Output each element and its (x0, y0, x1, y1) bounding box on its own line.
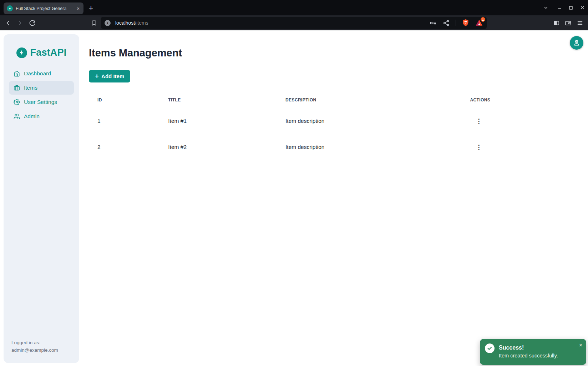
browser-tab[interactable]: Full Stack Project Genera × (4, 2, 83, 14)
url-bar[interactable]: i localhost/items 1 (101, 17, 487, 29)
logged-in-email: admin@example.com (11, 347, 71, 354)
cell-description: Item description (277, 108, 461, 134)
col-id: ID (89, 92, 159, 108)
urlbar-separator (456, 20, 456, 26)
user-avatar-icon (573, 39, 581, 47)
page-content: FastAPI Dashboard Items User Settings (0, 30, 588, 366)
fastapi-logo-icon (16, 47, 27, 58)
brand: FastAPI (4, 47, 79, 58)
menu-hamburger-icon[interactable] (576, 19, 584, 27)
cell-id: 2 (89, 134, 159, 160)
tab-close-icon[interactable]: × (75, 5, 81, 12)
toast-title: Success! (499, 345, 558, 351)
sidebar: FastAPI Dashboard Items User Settings (4, 34, 79, 363)
items-table: ID TITLE DESCRIPTION ACTIONS 1 Item #1 I… (89, 92, 584, 160)
sidebar-item-label: Admin (24, 113, 40, 120)
sidebar-item-label: Dashboard (24, 70, 51, 77)
users-icon (13, 113, 20, 120)
gear-icon (13, 99, 20, 106)
window-controls (540, 0, 588, 15)
col-title: TITLE (159, 92, 277, 108)
toast-message: Item created successfully. (499, 353, 558, 359)
cell-title: Item #1 (159, 108, 277, 134)
site-info-icon[interactable]: i (105, 20, 111, 26)
tab-bar: Full Stack Project Genera × + (0, 0, 588, 15)
brave-shield-icon[interactable] (462, 19, 469, 27)
tab-title: Full Stack Project Genera (16, 6, 72, 11)
sidebar-item-items[interactable]: Items (9, 81, 74, 95)
briefcase-icon (13, 85, 20, 91)
brand-name: FastAPI (30, 47, 67, 58)
reload-icon[interactable] (28, 19, 36, 27)
cell-description: Item description (277, 134, 461, 160)
tab-search-chevron-icon[interactable] (540, 0, 552, 15)
urlbar-actions: 1 (429, 19, 483, 27)
add-item-button[interactable]: + Add Item (89, 70, 130, 82)
page-title: Items Management (89, 47, 584, 59)
home-icon (13, 70, 20, 77)
sidebar-nav: Dashboard Items User Settings Admin (4, 67, 79, 123)
rewards-badge: 1 (481, 17, 485, 22)
minimize-icon[interactable] (554, 0, 565, 15)
sidebar-footer: Logged in as: admin@example.com (4, 339, 79, 363)
col-actions: ACTIONS (461, 92, 584, 108)
close-window-icon[interactable] (577, 0, 588, 15)
toast-success: Success! Item created successfully. × (480, 339, 586, 365)
key-icon[interactable] (429, 19, 437, 27)
sidebar-item-dashboard[interactable]: Dashboard (9, 67, 74, 80)
toast-text: Success! Item created successfully. (499, 344, 558, 359)
wallet-icon[interactable] (564, 19, 572, 27)
table-row: 2 Item #2 Item description ⋮ (89, 134, 584, 160)
toast-close-icon[interactable]: × (578, 342, 583, 349)
col-description: DESCRIPTION (277, 92, 461, 108)
url-text: localhost/items (115, 20, 148, 26)
brave-rewards-icon[interactable]: 1 (475, 19, 483, 27)
side-panel-icon[interactable] (552, 19, 561, 27)
main-content: Items Management + Add Item ID TITLE DES… (89, 30, 584, 160)
bookmark-icon[interactable] (90, 19, 98, 27)
sidebar-item-user-settings[interactable]: User Settings (9, 95, 74, 109)
add-item-label: Add Item (101, 73, 124, 79)
browser-toolbar: i localhost/items 1 (0, 15, 588, 30)
logged-in-label: Logged in as: (11, 339, 71, 347)
back-icon[interactable] (4, 19, 12, 27)
fastapi-favicon-icon (7, 5, 13, 11)
toolbar-right (552, 19, 584, 27)
url-path: /items (135, 20, 148, 26)
forward-icon[interactable] (15, 19, 24, 27)
row-actions-kebab-icon[interactable]: ⋮ (472, 144, 485, 151)
cell-title: Item #2 (159, 134, 277, 160)
sidebar-item-admin[interactable]: Admin (9, 110, 74, 123)
share-icon[interactable] (443, 20, 450, 26)
sidebar-item-label: Items (24, 85, 37, 91)
table-header-row: ID TITLE DESCRIPTION ACTIONS (89, 92, 584, 108)
cell-id: 1 (89, 108, 159, 134)
maximize-icon[interactable] (565, 0, 577, 15)
new-tab-button[interactable]: + (86, 3, 96, 14)
user-avatar-button[interactable] (570, 36, 583, 50)
url-host: localhost (115, 20, 135, 26)
plus-icon: + (95, 72, 99, 79)
table-row: 1 Item #1 Item description ⋮ (89, 108, 584, 134)
sidebar-item-label: User Settings (24, 99, 57, 105)
check-circle-icon (485, 344, 495, 353)
row-actions-kebab-icon[interactable]: ⋮ (472, 117, 485, 125)
